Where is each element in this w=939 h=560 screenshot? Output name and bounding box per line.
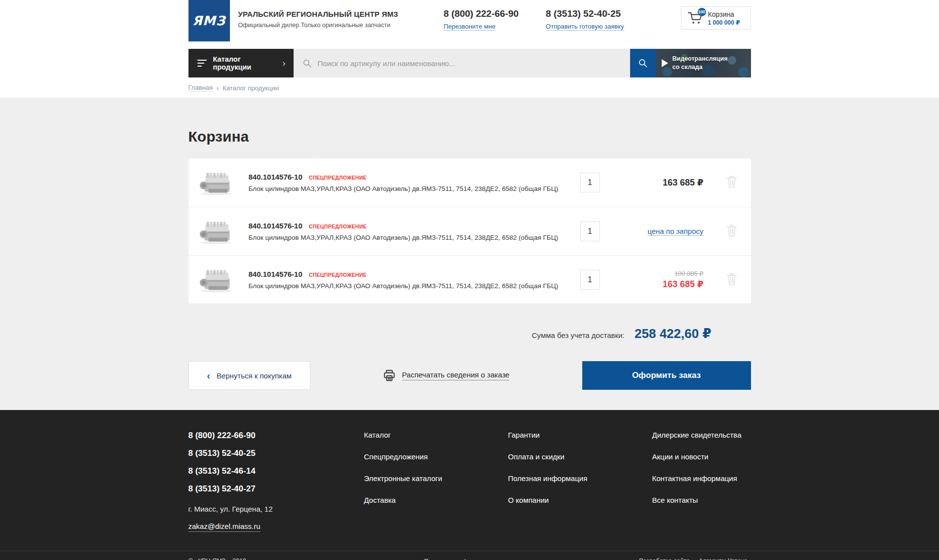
print-order-link[interactable]: Распечатать сведения о заказе [383,369,510,382]
footer-phone: 8 (800) 222-66-90 [188,431,364,441]
quantity-input[interactable] [580,173,600,192]
search-input[interactable] [318,59,621,68]
footer-link-about[interactable]: О компании [508,496,652,504]
cart-count-badge: 100 [698,8,706,16]
back-to-shopping-button[interactable]: ‹ Вернуться к покупкам [188,361,310,390]
catalog-button-label: Каталог продукции [213,55,279,71]
footer-link-all-contacts[interactable]: Все контакты [652,496,742,504]
trash-icon [726,224,738,237]
printer-icon [383,369,396,382]
summary-label: Сумма без учета доставки: [532,331,625,339]
cart-widget[interactable]: 100 Корзина 1 000 000 ₽ [681,6,751,30]
breadcrumb-row: Главная › Каталог продукции [0,84,939,98]
trash-icon [726,175,738,188]
nav-bar: Каталог продукции › Видеотрансляция со с… [0,49,939,77]
remove-item-button[interactable] [725,175,738,190]
item-discount-price: 163 685 ₽ [600,279,704,290]
site-title: УРАЛЬСКИЙ РЕГИОНАЛЬНЫЙ ЦЕНТР ЯМЗ [238,10,398,18]
item-description: Блок цилиндров МАЗ,УРАЛ,КРАЗ (ОАО Автоди… [249,282,570,290]
footer-bottom-bar: © «УРЦ ЯМЗ», 2019 Политика конфиденциаль… [0,551,939,560]
print-link-label: Распечатать сведения о заказе [402,371,510,380]
footer-links-column: Каталог Спецпредложения Электронные ката… [364,431,508,532]
product-image[interactable] [197,218,235,245]
developer-link[interactable]: «Алгоритм Успеха» [695,558,751,560]
send-request-link[interactable]: Отправить готовую заявку [546,23,624,31]
item-description: Блок цилиндров МАЗ,УРАЛ,КРАЗ (ОАО Автоди… [249,234,570,241]
logo-text: ЯМЗ [192,13,225,28]
footer-link-dealer-certificates[interactable]: Дилерские свидетельства [652,431,742,439]
footer-link-delivery[interactable]: Доставка [364,496,508,504]
site-logo[interactable]: ЯМЗ [188,0,230,41]
item-description: Блок цилиндров МАЗ,УРАЛ,КРАЗ (ОАО Автоди… [249,185,570,192]
cart-item-row: 840.1014576-10 СПЕЦПРЕДЛОЖЕНИЕ Блок цили… [188,255,751,303]
search-submit-button[interactable] [630,49,656,77]
developer-credit-prefix: Разработка сайта - [639,558,695,560]
footer-email-link[interactable]: zakaz@dizel.miass.ru [188,522,261,532]
video-banner-label: Видеотрансляция со склада [673,55,728,72]
price-on-request-link[interactable]: цена по запросу [647,227,703,236]
search-icon [638,58,648,68]
footer-link-contact-info[interactable]: Контактная информация [652,474,742,483]
catalog-menu-button[interactable]: Каталог продукции › [188,49,294,77]
back-button-label: Вернуться к покупкам [217,372,292,380]
product-image[interactable] [197,169,235,196]
item-article[interactable]: 840.1014576-10 [249,173,302,181]
phone-secondary: 8 (3513) 52-40-25 [546,8,624,19]
special-offer-badge: СПЕЦПРЕДЛОЖЕНИЕ [309,272,367,278]
item-article[interactable]: 840.1014576-10 [249,222,302,230]
breadcrumb-home-link[interactable]: Главная [188,84,213,92]
phone-block-main: 8 (800) 222-66-90 Перезвоните мне [444,0,519,31]
chevron-left-icon: ‹ [207,370,210,381]
cart-actions: ‹ Вернуться к покупкам Распечатать сведе… [188,361,751,390]
page-title: Корзина [188,98,751,145]
phone-main: 8 (800) 222-66-90 [444,8,519,19]
search-box [294,49,630,77]
quantity-input[interactable] [580,222,600,241]
footer-link-news[interactable]: Акции и новости [652,452,742,461]
footer-link-useful-info[interactable]: Полезная информация [508,474,652,483]
trash-icon [726,272,738,286]
footer-contacts-column: 8 (800) 222-66-90 8 (3513) 52-40-25 8 (3… [188,431,364,532]
cart-label: Корзина [708,10,740,18]
site-subtitle: Официальный дилер.Только оригинальные за… [238,22,398,29]
privacy-policy-link[interactable]: Политика конфиденциальности [424,558,515,560]
cart-items-card: 840.1014576-10 СПЕЦПРЕДЛОЖЕНИЕ Блок цили… [188,158,751,303]
chevron-right-icon: › [282,58,285,69]
checkout-button[interactable]: Оформить заказ [582,361,751,390]
footer-link-special-offers[interactable]: Спецпредложения [364,452,508,461]
footer: 8 (800) 222-66-90 8 (3513) 52-40-25 8 (3… [0,410,939,560]
breadcrumb-separator: › [217,84,219,92]
footer-link-warranty[interactable]: Гарантии [508,431,652,439]
footer-links-column: Дилерские свидетельства Акции и новости … [652,431,742,532]
footer-link-catalog[interactable]: Каталог [364,431,508,439]
play-icon [662,59,668,67]
special-offer-badge: СПЕЦПРЕДЛОЖЕНИЕ [309,224,367,229]
item-price: 163 685 ₽ [663,178,704,187]
main-content: Корзина [0,98,939,410]
cart-icon: 100 [687,11,704,26]
search-icon [302,59,312,68]
cart-summary: Сумма без учета доставки: 258 422,60 ₽ [188,326,751,341]
item-old-price: 100 885 ₽ [600,270,704,277]
summary-total: 258 422,60 ₽ [635,326,711,341]
item-article[interactable]: 840.1014576-10 [249,270,302,278]
remove-item-button[interactable] [725,272,738,287]
video-stream-banner[interactable]: Видеотрансляция со склада [656,49,751,77]
footer-link-e-catalogs[interactable]: Электронные каталоги [364,474,508,483]
remove-item-button[interactable] [725,224,738,239]
brand-text: УРАЛЬСКИЙ РЕГИОНАЛЬНЫЙ ЦЕНТР ЯМЗ Официал… [238,0,398,29]
breadcrumb-current: Каталог продукции [223,84,279,92]
copyright: © «УРЦ ЯМЗ», 2019 [188,558,424,560]
header: ЯМЗ УРАЛЬСКИЙ РЕГИОНАЛЬНЫЙ ЦЕНТР ЯМЗ Офи… [0,0,939,42]
footer-phone: 8 (3513) 52-46-14 [188,466,364,476]
hamburger-icon [197,58,207,69]
footer-link-payment[interactable]: Оплата и скидки [508,452,652,461]
footer-phone: 8 (3513) 52-40-25 [188,448,364,458]
footer-links-column: Гарантии Оплата и скидки Полезная информ… [508,431,652,532]
quantity-input[interactable] [580,270,600,290]
phone-block-secondary: 8 (3513) 52-40-25 Отправить готовую заяв… [546,0,624,31]
cart-item-row: 840.1014576-10 СПЕЦПРЕДЛОЖЕНИЕ Блок цили… [188,207,751,255]
cart-item-row: 840.1014576-10 СПЕЦПРЕДЛОЖЕНИЕ Блок цили… [188,158,751,207]
callback-link[interactable]: Перезвоните мне [444,23,495,31]
product-image[interactable] [197,266,235,294]
